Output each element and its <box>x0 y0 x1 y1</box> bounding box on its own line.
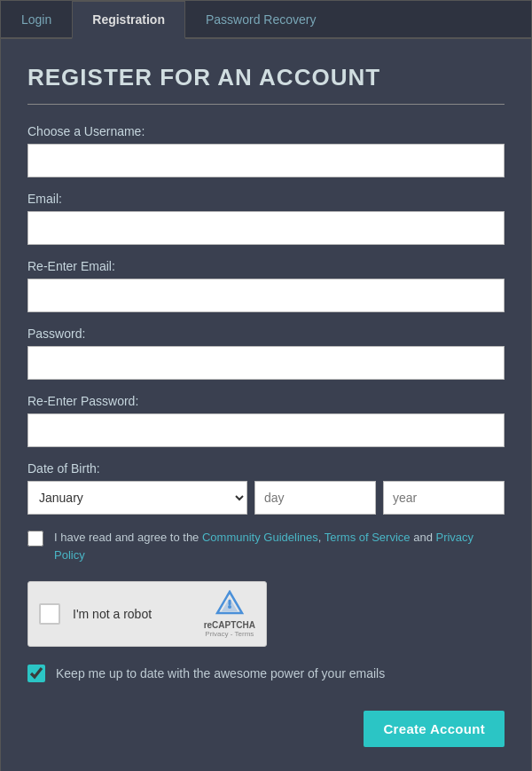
dob-year-input[interactable] <box>383 481 505 515</box>
keep-updated-checkbox[interactable] <box>27 665 45 682</box>
recaptcha-brand: reCAPTCHA <box>204 620 255 630</box>
agreement-text: I have read and agree to the Community G… <box>54 529 505 563</box>
tab-bar: Login Registration Password Recovery <box>1 1 531 39</box>
username-input[interactable] <box>27 144 505 177</box>
username-label: Choose a Username: <box>27 124 505 138</box>
recaptcha-links: Privacy - Terms <box>205 630 254 638</box>
agreement-checkbox[interactable] <box>27 531 43 547</box>
tab-login[interactable]: Login <box>1 1 72 39</box>
dob-row: January February March April May June Ju… <box>27 481 505 515</box>
keep-updated-label: Keep me up to date with the awesome powe… <box>56 666 385 681</box>
username-field-group: Choose a Username: <box>27 124 505 177</box>
re-password-input[interactable] <box>27 413 505 447</box>
recaptcha-widget[interactable]: I'm not a robot reCAPTCHA Privacy - Term… <box>27 581 267 647</box>
email-field-group: Email: <box>27 192 505 245</box>
password-label: Password: <box>27 326 505 341</box>
app-window: Login Registration Password Recovery Reg… <box>0 0 532 771</box>
email-input[interactable] <box>27 211 505 245</box>
svg-point-0 <box>228 605 231 609</box>
dob-label: Date of Birth: <box>27 461 505 476</box>
tab-registration[interactable]: Registration <box>72 1 185 39</box>
recaptcha-label: I'm not a robot <box>73 607 204 621</box>
password-input[interactable] <box>27 346 505 380</box>
re-email-input[interactable] <box>27 279 505 312</box>
agreement-row: I have read and agree to the Community G… <box>27 529 505 563</box>
re-email-field-group: Re-Enter Email: <box>27 259 505 312</box>
re-password-field-group: Re-Enter Password: <box>27 394 505 447</box>
title-divider <box>27 104 505 105</box>
password-field-group: Password: <box>27 326 505 380</box>
recaptcha-checkbox[interactable] <box>39 603 60 625</box>
page-title: Register for an Account <box>27 64 505 91</box>
re-email-label: Re-Enter Email: <box>27 259 505 273</box>
dob-field-group: Date of Birth: January February March Ap… <box>27 461 505 515</box>
keep-updated-row: Keep me up to date with the awesome powe… <box>27 665 505 682</box>
svg-rect-1 <box>228 600 231 605</box>
dob-month-select[interactable]: January February March April May June Ju… <box>27 481 247 515</box>
email-label: Email: <box>27 192 505 206</box>
button-row: Create Account <box>27 707 505 747</box>
re-password-label: Re-Enter Password: <box>27 394 505 408</box>
community-guidelines-link[interactable]: Community Guidelines <box>202 531 318 544</box>
tab-password-recovery[interactable]: Password Recovery <box>185 1 337 39</box>
registration-form-content: Register for an Account Choose a Usernam… <box>1 39 531 771</box>
recaptcha-logo: reCAPTCHA Privacy - Terms <box>204 590 255 638</box>
terms-of-service-link[interactable]: Terms of Service <box>325 531 411 544</box>
dob-day-input[interactable] <box>254 481 376 515</box>
create-account-button[interactable]: Create Account <box>364 711 505 747</box>
